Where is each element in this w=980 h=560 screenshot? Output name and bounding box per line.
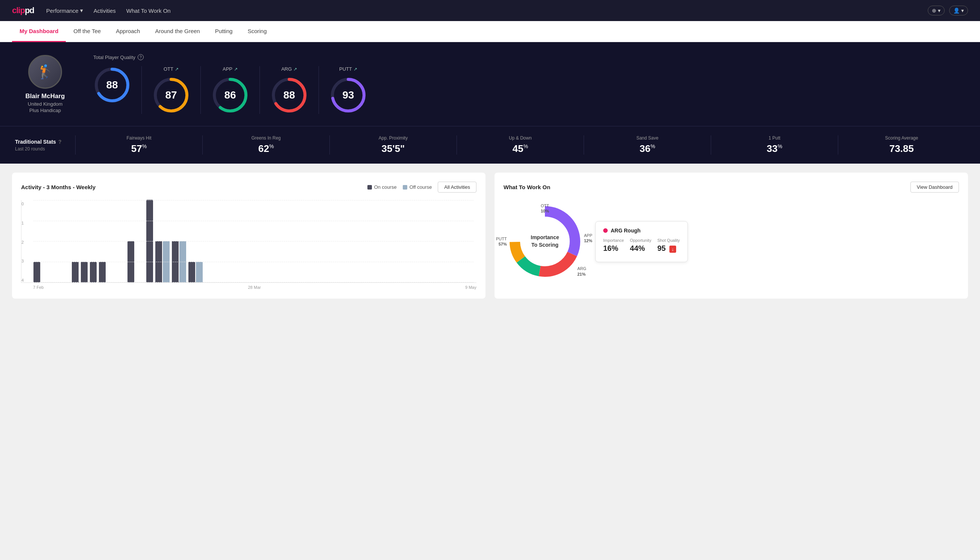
tab-off-the-tee[interactable]: Off the Tee — [66, 21, 108, 42]
bar-group-7 — [90, 262, 97, 282]
score-circles: 88 OTT ↗ 87 APP — [93, 66, 965, 114]
putt-circle: 93 — [329, 77, 367, 114]
avatar: 🏌️ — [28, 55, 62, 89]
stat-scoring-average: Scoring Average 73.85 — [838, 135, 965, 155]
user-icon: 👤 — [953, 8, 960, 13]
x-axis-labels: 7 Feb 28 Mar 9 May — [21, 285, 476, 290]
tooltip-header: ARG Rough — [603, 228, 680, 233]
score-ott: OTT ↗ 87 — [142, 66, 201, 114]
putt-label: PUTT ↗ — [339, 66, 357, 72]
off-course-legend-dot — [403, 185, 407, 190]
stat-greens-in-reg: Greens In Reg 62% — [202, 135, 329, 155]
chart-container: 4 3 2 1 0 — [21, 200, 476, 290]
arg-circle: 88 — [270, 77, 308, 114]
score-app: APP ↗ 86 — [201, 66, 260, 114]
activity-panel-title: Activity - 3 Months - Weekly — [21, 184, 95, 190]
bar-group-13 — [146, 200, 153, 282]
nav-performance[interactable]: Performance ▾ — [46, 7, 83, 14]
player-country: United Kingdom — [28, 101, 63, 107]
bar-dark — [33, 262, 40, 282]
nav-activities[interactable]: Activities — [94, 7, 116, 14]
player-info: 🏌️ Blair McHarg United Kingdom Plus Hand… — [15, 55, 75, 113]
bar-group-15 — [172, 241, 186, 282]
bar-group-14 — [155, 241, 170, 282]
bar-group-5 — [72, 262, 78, 282]
bar-light — [180, 241, 186, 282]
nav-what-to-work-on[interactable]: What To Work On — [126, 7, 171, 14]
stat-items: Fairways Hit 57% Greens In Reg 62% App. … — [75, 135, 965, 155]
donut-area: Importance To Scoring OTT 10% APP 12% AR… — [504, 200, 959, 283]
tooltip-metrics: Importance 16% Opportunity 44% Shot Qual… — [603, 238, 680, 253]
bar-dark — [188, 262, 195, 282]
chart-legend: On course Off course — [368, 184, 432, 190]
tooltip-title: ARG Rough — [611, 228, 641, 233]
grid-line-0 — [33, 200, 473, 200]
app-logo: clippd — [12, 6, 34, 15]
tab-my-dashboard[interactable]: My Dashboard — [12, 21, 66, 42]
on-course-legend-dot — [368, 185, 372, 190]
bar-group-1 — [33, 262, 40, 282]
grid-line-1 — [33, 221, 473, 221]
tooltip-importance: Importance 16% — [603, 238, 624, 253]
plus-icon: ⊕ — [932, 8, 937, 13]
wtwon-panel-title: What To Work On — [504, 184, 550, 190]
activity-panel-header: Activity - 3 Months - Weekly On course O… — [21, 182, 476, 193]
tooltip-shot-quality: Shot Quality 95 ↓ — [657, 238, 680, 253]
view-dashboard-button[interactable]: View Dashboard — [910, 182, 959, 193]
stat-sand-save: Sand Save 36% — [584, 135, 711, 155]
tpq-label: Total Player Quality ? — [93, 54, 965, 60]
app-trend-icon: ↗ — [234, 67, 238, 72]
svg-text:Importance: Importance — [531, 234, 559, 240]
tab-putting[interactable]: Putting — [208, 21, 240, 42]
tpq-help-icon[interactable]: ? — [138, 54, 144, 60]
all-activities-button[interactable]: All Activities — [438, 182, 476, 193]
donut-label-putt: PUTT 57% — [496, 236, 507, 247]
user-chevron-icon: ▾ — [961, 8, 964, 13]
donut-label-app: APP 12% — [584, 233, 592, 244]
tab-scoring[interactable]: Scoring — [240, 21, 274, 42]
bar-dark — [172, 241, 179, 282]
overall-value: 88 — [93, 66, 131, 104]
nav-icons: ⊕ ▾ 👤 ▾ — [928, 6, 968, 15]
top-navigation: clippd Performance ▾ Activities What To … — [0, 0, 980, 21]
trad-subtitle: Last 20 rounds — [15, 146, 75, 152]
activity-panel: Activity - 3 Months - Weekly On course O… — [12, 173, 486, 298]
bar-light — [163, 241, 170, 282]
stat-fairways-hit: Fairways Hit 57% — [75, 135, 202, 155]
score-putt: PUTT ↗ 93 — [319, 66, 378, 114]
legend-off-course: Off course — [403, 184, 432, 190]
bottom-panels: Activity - 3 Months - Weekly On course O… — [0, 163, 980, 308]
trad-help-icon[interactable]: ? — [58, 139, 62, 145]
donut-chart-wrap: Importance To Scoring OTT 10% APP 12% AR… — [504, 200, 586, 283]
arg-trend-icon: ↗ — [293, 67, 297, 72]
wtwon-panel-header: What To Work On View Dashboard — [504, 182, 959, 193]
bar-dark — [72, 262, 78, 282]
tooltip-indicator — [603, 228, 608, 233]
tooltip-opportunity: Opportunity 44% — [630, 238, 651, 253]
arg-value: 88 — [270, 77, 308, 114]
trad-title: Traditional Stats ? — [15, 139, 75, 145]
stat-up-and-down: Up & Down 45% — [456, 135, 584, 155]
arg-label: ARG ↗ — [281, 66, 297, 72]
grid-line-2 — [33, 241, 473, 242]
tpq-section: Total Player Quality ? 88 OTT ↗ — [93, 54, 965, 114]
app-value: 86 — [211, 77, 249, 114]
stat-1-putt: 1 Putt 33% — [711, 135, 838, 155]
bar-light — [196, 262, 203, 282]
score-overall: 88 — [93, 66, 142, 114]
add-button[interactable]: ⊕ ▾ — [928, 6, 945, 15]
donut-label-arg: ARG 21% — [577, 266, 586, 277]
add-chevron-icon: ▾ — [938, 8, 940, 13]
svg-text:To Scoring: To Scoring — [531, 242, 559, 248]
app-label: APP ↗ — [223, 66, 238, 72]
putt-value: 93 — [329, 77, 367, 114]
stat-app-proximity: App. Proximity 35'5" — [329, 135, 456, 155]
tab-approach[interactable]: Approach — [108, 21, 147, 42]
shot-quality-badge: ↓ — [669, 246, 677, 253]
user-menu-button[interactable]: 👤 ▾ — [949, 6, 968, 15]
tab-around-the-green[interactable]: Around the Green — [147, 21, 207, 42]
trad-label-block: Traditional Stats ? Last 20 rounds — [15, 139, 75, 152]
donut-label-ott: OTT 10% — [541, 203, 549, 214]
bar-dark — [99, 262, 106, 282]
ott-label: OTT ↗ — [163, 66, 179, 72]
